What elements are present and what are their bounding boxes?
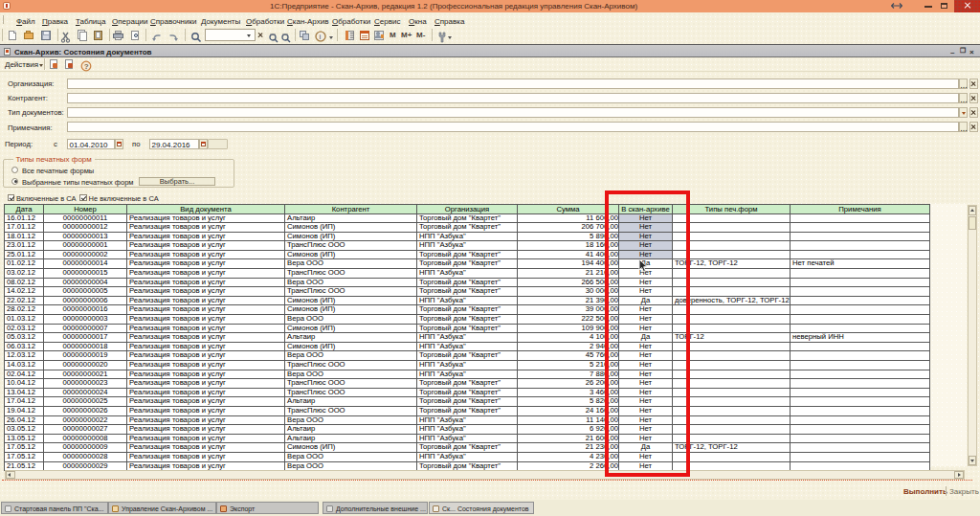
svg-text:i: i: [319, 33, 321, 41]
svg-text:?: ?: [84, 62, 89, 71]
